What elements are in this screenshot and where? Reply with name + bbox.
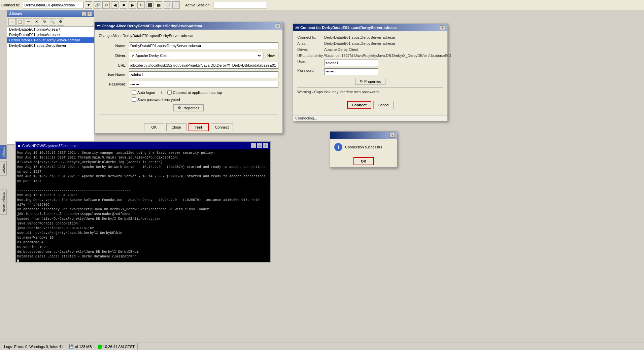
warning-text: Warning - Caps lock may interfere with p… xyxy=(297,88,443,96)
connect-url-row: URL: jdbc:derby://localhost:1527/d:/Java… xyxy=(297,54,443,58)
sidebar-tab-aliases[interactable]: Aliases xyxy=(0,145,7,159)
toolbar-session-play[interactable]: ▶ xyxy=(129,1,136,9)
alias-item-3[interactable]: DerbyDatabE01-spustDerbyServer-adresar xyxy=(7,37,94,43)
connect-password-input[interactable] xyxy=(324,68,378,75)
url-row: URL: xyxy=(99,62,278,69)
aliases-list: DerbyDatabE01-primoAdresar/ DerbyDatabE0… xyxy=(7,27,94,144)
connect-cancel-btn[interactable]: Cancel xyxy=(373,101,394,109)
url-input[interactable] xyxy=(129,62,278,69)
save-password-checkbox[interactable] xyxy=(132,97,136,102)
connect-user-row: User: xyxy=(297,60,443,66)
password-label: Password: xyxy=(99,82,129,86)
save-password-label[interactable]: Save password encrypted xyxy=(132,97,180,102)
toolbar-btn-4[interactable]: ⬛ xyxy=(146,1,154,9)
cmd-maximize-btn[interactable]: □ xyxy=(257,143,262,148)
alias-copy-btn[interactable]: 📋 xyxy=(16,18,24,26)
active-session-label: Active Session: xyxy=(185,3,210,7)
alias-field-label: Alias: xyxy=(297,41,324,45)
memory-segment: 💾 of 128 MB xyxy=(66,343,95,350)
checkbox-row-2: Save password encrypted xyxy=(99,97,278,102)
toolbar-btn-7[interactable]: ⬜ xyxy=(172,1,180,9)
alias-add-btn[interactable]: + xyxy=(8,18,16,26)
connect-startup-checkbox[interactable] xyxy=(167,90,172,95)
logs-segment: Logs: Errors 0, Warnings 0, Infos 41 xyxy=(1,343,66,350)
password-input[interactable] xyxy=(129,81,278,88)
toolbar-btn-2[interactable]: 🔗 xyxy=(94,1,101,9)
properties-row: ⚙ Properties xyxy=(99,104,278,111)
alias-item-4[interactable]: DerbyDatabE01-spustDerbyServer xyxy=(7,43,94,48)
aliases-close-btn[interactable]: × xyxy=(87,11,92,16)
new-driver-btn[interactable]: New xyxy=(264,52,278,59)
toolbar-btn-3[interactable]: ⚙ xyxy=(102,1,110,9)
success-titlebar: × xyxy=(330,132,397,139)
close-btn[interactable]: Close xyxy=(166,123,187,131)
driver-select[interactable]: ✔ Apache Derby Client xyxy=(129,52,262,59)
connect-user-input[interactable] xyxy=(324,60,378,66)
auto-logon-label[interactable]: Auto logon xyxy=(132,90,155,95)
driver-label: Driver: xyxy=(99,54,129,58)
sidebar-tab-drivers[interactable]: Drivers xyxy=(0,161,7,176)
aliases-toolbar: + 📋 ✏ ✕ ↻ 🔍 ⚙ xyxy=(7,17,94,27)
username-input[interactable] xyxy=(129,71,278,78)
toolbar-session-reload[interactable]: ↻ xyxy=(137,1,145,9)
toolbar-session-prev[interactable]: ◀ xyxy=(111,1,118,9)
success-content: i Connection successful xyxy=(330,139,397,155)
name-input[interactable] xyxy=(129,42,278,49)
connect-to-input[interactable] xyxy=(23,2,83,8)
active-session-input[interactable] xyxy=(213,2,267,8)
connect-content: Connect to: DerbyDatabE01-spustDerbyServ… xyxy=(293,31,447,115)
auto-logon-checkbox[interactable] xyxy=(132,90,136,95)
connect-title: 🗃 Connect to: DerbyDatabE01-spustDerbySe… xyxy=(295,26,397,30)
alias-filter-btn[interactable]: 🔍 xyxy=(49,18,56,26)
alias-edit-btn[interactable]: ✏ xyxy=(25,18,32,26)
cmd-minimize-btn[interactable]: _ xyxy=(251,143,256,148)
sidebar-tab-recent[interactable]: Recent Aliases xyxy=(0,190,7,215)
alias-item-2[interactable]: DerbyDatabE01-primoAdresar\ xyxy=(7,32,94,37)
change-alias-properties-btn[interactable]: ⚙ Properties xyxy=(173,104,204,111)
connect-close-btn[interactable]: × xyxy=(440,25,445,30)
properties-icon: ⚙ xyxy=(178,106,181,110)
password-row: Password: xyxy=(99,81,278,88)
toolbar-btn-5[interactable]: ▦ xyxy=(155,1,162,9)
connect-properties-btn[interactable]: ⚙ Properties xyxy=(355,78,385,85)
change-alias-buttons: OK Close Test Connect xyxy=(95,121,282,133)
connect-to-row: Connect to: DerbyDatabE01-spustDerbyServ… xyxy=(297,35,443,39)
connect-startup-label[interactable]: Connect at application startup xyxy=(167,90,222,95)
aliases-panel-controls: _ × xyxy=(82,11,92,16)
alias-item-1[interactable]: DerbyDatabE01-primoAdresar/ xyxy=(7,27,94,32)
url-label: URL: xyxy=(99,63,129,67)
alias-delete-btn[interactable]: ✕ xyxy=(33,18,40,26)
aliases-panel-title: Aliases xyxy=(9,12,22,16)
connect-submit-btn[interactable]: Connect xyxy=(347,101,371,109)
alias-row: Alias: DerbyDatabE01-spustDerbyServer-ad… xyxy=(297,41,443,45)
top-toolbar: Connect to: ▼ 🔗 ⚙ ◀ ■ ▶ ↻ ⬛ ▦ ⬜ ⬜ Active… xyxy=(0,0,644,10)
status-green-indicator xyxy=(98,345,102,349)
cmd-close-btn[interactable]: × xyxy=(263,143,268,148)
alias-config-btn[interactable]: ⚙ xyxy=(57,18,64,26)
connect-to-field-value: DerbyDatabE01-spustDerbyServer-adresar xyxy=(324,35,395,39)
success-close-btn[interactable]: × xyxy=(389,133,395,138)
toolbar-btn-6[interactable]: ⬜ xyxy=(164,1,171,9)
cmd-title-text: C:\WINDOWS\system32\cmd.exe xyxy=(22,144,77,148)
cmd-title-area: ■ C:\WINDOWS\system32\cmd.exe xyxy=(18,144,77,148)
change-alias-close-btn[interactable]: × xyxy=(275,24,280,28)
alias-reload-btn[interactable]: ↻ xyxy=(41,18,48,26)
connect-btn-alias[interactable]: Connect xyxy=(211,123,233,131)
cmd-titlebar: ■ C:\WINDOWS\system32\cmd.exe _ □ × xyxy=(16,142,270,149)
connect-to-label: Connect to: xyxy=(1,3,20,7)
change-alias-titlebar: 🗃 Change Alias: DerbyDatabE01-spustDerby… xyxy=(95,22,282,30)
toolbar-session-stop[interactable]: ■ xyxy=(120,1,127,9)
success-ok-btn[interactable]: OK xyxy=(353,157,374,165)
checkbox-row-1: Auto logon ℹ Connect at application star… xyxy=(99,90,278,95)
status-bar: Logs: Errors 0, Warnings 0, Infos 41 💾 o… xyxy=(0,343,644,350)
success-dialog: × i Connection successful OK xyxy=(330,131,397,168)
aliases-minimize-btn[interactable]: _ xyxy=(82,11,87,16)
cmd-content: Mon Aug 16 10:25:17 CEST 2021 : Security… xyxy=(16,149,270,262)
change-alias-title: 🗃 Change Alias: DerbyDatabE01-spustDerby… xyxy=(97,24,202,28)
toolbar-btn-1[interactable]: ▼ xyxy=(85,1,92,9)
aliases-panel-header: Aliases _ × xyxy=(7,10,94,17)
test-btn[interactable]: Test xyxy=(189,123,209,131)
connect-password-label: Password: xyxy=(297,68,324,75)
ok-btn[interactable]: OK xyxy=(144,123,164,131)
change-alias-content: Change Alias: DerbyDatabE01-spustDerbySe… xyxy=(95,30,282,121)
